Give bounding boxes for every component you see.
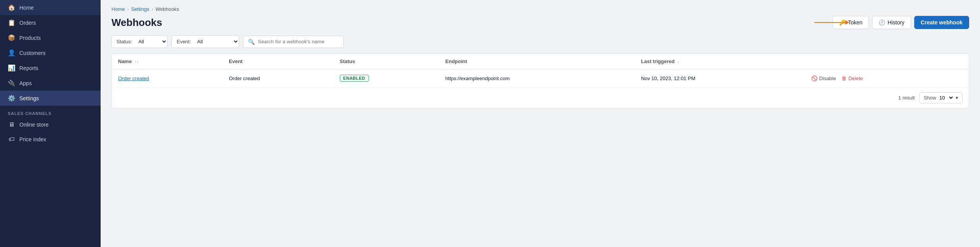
main-content: Home › Settings › Webhooks Webhooks 🔑 To… <box>101 0 980 247</box>
status-filter-select[interactable]: All Enabled Disabled <box>136 36 167 48</box>
col-name: Name ↑↓ <box>112 54 223 69</box>
orders-icon: 📋 <box>8 19 15 26</box>
sidebar-item-label: Online store <box>19 122 48 128</box>
cell-name: Order created <box>112 69 223 87</box>
disable-button[interactable]: 🚫 Disable <box>811 75 836 81</box>
event-filter-label: Event: <box>172 36 195 47</box>
webhooks-table: Name ↑↓ Event Status Endpoint Last trigg… <box>112 54 969 87</box>
event-filter[interactable]: Event: All Order created Order updated <box>171 35 239 48</box>
show-select[interactable]: Show 10 25 50 100 ▾ <box>919 92 963 103</box>
show-count-select[interactable]: 10 25 50 100 <box>938 94 954 101</box>
history-button[interactable]: 🕐 History <box>872 16 911 29</box>
products-icon: 📦 <box>8 34 15 41</box>
row-actions: 🚫 Disable 🗑 Delete <box>811 75 963 81</box>
sales-channels-section: SALES CHANNELS <box>0 106 101 117</box>
apps-icon: 🔌 <box>8 79 15 87</box>
sidebar-item-home[interactable]: 🏠 Home <box>0 0 101 15</box>
table-body: Order created Order created ENABLED http… <box>112 69 969 87</box>
breadcrumb-sep-1: › <box>127 7 129 12</box>
sidebar-item-products[interactable]: 📦 Products <box>0 30 101 45</box>
token-label: Token <box>848 19 862 26</box>
breadcrumb-current: Webhooks <box>156 6 179 12</box>
sidebar-item-price-index[interactable]: 🏷 Price index <box>0 132 101 147</box>
filter-bar: Status: All Enabled Disabled Event: All … <box>101 35 980 53</box>
col-endpoint: Endpoint <box>439 54 635 69</box>
sidebar-item-label: Price index <box>19 136 46 142</box>
col-status: Status <box>334 54 439 69</box>
arrow-line <box>814 22 845 23</box>
create-webhook-label: Create webhook <box>921 19 963 26</box>
history-icon: 🕐 <box>879 19 885 26</box>
breadcrumb-settings[interactable]: Settings <box>131 6 149 12</box>
result-count: 1 result <box>898 95 915 101</box>
status-badge: ENABLED <box>340 75 369 82</box>
sidebar-item-customers[interactable]: 👤 Customers <box>0 45 101 60</box>
breadcrumb-home[interactable]: Home <box>111 6 125 12</box>
cell-last-triggered: Nov 10, 2023, 12:01 PM <box>635 69 805 87</box>
history-label: History <box>887 19 905 26</box>
sidebar-item-label: Home <box>19 5 34 11</box>
sidebar-item-label: Reports <box>19 65 38 71</box>
sort-triggered-icon[interactable]: ↓ <box>677 59 680 64</box>
show-chevron-icon: ▾ <box>956 95 958 101</box>
webhooks-table-card: Name ↑↓ Event Status Endpoint Last trigg… <box>111 53 969 108</box>
sidebar-item-apps[interactable]: 🔌 Apps <box>0 75 101 91</box>
sort-name-icon[interactable]: ↑↓ <box>134 59 139 64</box>
reports-icon: 📊 <box>8 64 15 72</box>
status-filter-label: Status: <box>112 36 136 47</box>
page-title: Webhooks <box>111 17 162 29</box>
sidebar-item-label: Customers <box>19 50 46 56</box>
breadcrumb-sep-2: › <box>152 7 153 12</box>
status-filter[interactable]: Status: All Enabled Disabled <box>111 35 168 48</box>
online-store-icon: 🖥 <box>8 121 15 128</box>
breadcrumb: Home › Settings › Webhooks <box>101 0 980 14</box>
event-filter-select[interactable]: All Order created Order updated <box>195 36 239 48</box>
home-icon: 🏠 <box>8 4 15 11</box>
sidebar-item-settings[interactable]: ⚙️ Settings <box>0 91 101 106</box>
customers-icon: 👤 <box>8 49 15 57</box>
cell-event: Order created <box>223 69 333 87</box>
create-webhook-button[interactable]: Create webhook <box>914 16 969 29</box>
sidebar-item-label: Products <box>19 35 41 41</box>
arrow-head <box>845 20 849 25</box>
table-footer: 1 result Show 10 25 50 100 ▾ <box>112 87 969 108</box>
search-input[interactable] <box>258 39 339 45</box>
table-header-row: Name ↑↓ Event Status Endpoint Last trigg… <box>112 54 969 69</box>
arrow-annotation <box>814 20 849 25</box>
sidebar: 🏠 Home 📋 Orders 📦 Products 👤 Customers 📊… <box>0 0 101 247</box>
col-last-triggered: Last triggered ↓ <box>635 54 805 69</box>
header-actions: 🔑 Token 🕐 History Create webhook <box>833 16 969 29</box>
page-header: Webhooks 🔑 Token 🕐 History Create webhoo… <box>101 14 980 35</box>
cell-actions: 🚫 Disable 🗑 Delete <box>805 69 969 87</box>
sidebar-item-label: Settings <box>19 95 39 101</box>
price-index-icon: 🏷 <box>8 136 15 143</box>
disable-icon: 🚫 <box>811 75 817 81</box>
sidebar-item-label: Apps <box>19 80 32 86</box>
show-label: Show <box>923 95 936 101</box>
delete-icon: 🗑 <box>841 75 846 81</box>
col-actions <box>805 54 969 69</box>
sidebar-item-orders[interactable]: 📋 Orders <box>0 15 101 30</box>
sidebar-item-label: Orders <box>19 20 36 26</box>
delete-button[interactable]: 🗑 Delete <box>841 75 863 81</box>
webhook-name-link[interactable]: Order created <box>118 75 149 81</box>
search-icon: 🔍 <box>248 39 255 45</box>
settings-icon: ⚙️ <box>8 94 15 102</box>
cell-status: ENABLED <box>334 69 439 87</box>
search-box[interactable]: 🔍 <box>243 36 344 48</box>
sidebar-item-online-store[interactable]: 🖥 Online store <box>0 117 101 132</box>
col-event: Event <box>223 54 333 69</box>
sidebar-item-reports[interactable]: 📊 Reports <box>0 60 101 75</box>
table-row: Order created Order created ENABLED http… <box>112 69 969 87</box>
cell-endpoint: https://exampleendpoint.com <box>439 69 635 87</box>
